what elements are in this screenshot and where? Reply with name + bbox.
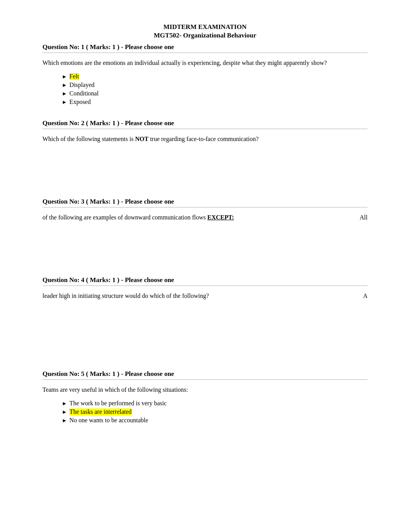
list-item: ► Conditional [62,90,368,97]
list-item: ► Exposed [62,99,368,105]
list-item: ► The tasks are interrelated [62,408,368,415]
q5-options: ► The work to be performed is very basic… [42,400,368,424]
q3-text-bold: EXCEPT: [207,214,234,221]
arrow-icon: ► [62,91,67,97]
option-text: The work to be performed is very basic [69,400,167,407]
arrow-icon: ► [62,401,67,407]
q5-header: Question No: 5 ( Marks: 1 ) - Please cho… [42,370,368,380]
q2-header: Question No: 2 ( Marks: 1 ) - Please cho… [42,119,368,129]
question-4: Question No: 4 ( Marks: 1 ) - Please cho… [42,276,368,356]
arrow-icon: ► [62,409,67,415]
q2-text-bold: NOT [135,136,149,142]
q1-options: ► Felt ► Displayed ► Conditional ► Expos… [42,73,368,105]
arrow-icon: ► [62,418,67,424]
exam-title-line1: MIDTERM EXAMINATION [42,23,368,31]
option-text: Felt [69,73,79,80]
option-text: Conditional [69,90,99,97]
arrow-icon: ► [62,82,67,88]
question-1: Question No: 1 ( Marks: 1 ) - Please cho… [42,43,368,105]
list-item: ► Displayed [62,82,368,88]
question-3: Question No: 3 ( Marks: 1 ) - Please cho… [42,198,368,262]
exam-title-line2: MGT502- Organizational Behaviour [42,32,368,39]
q3-text: All of the following are examples of dow… [42,213,368,222]
q3-header: Question No: 3 ( Marks: 1 ) - Please cho… [42,198,368,207]
option-text: No one wants to be accountable [69,417,148,424]
q3-text-part2: of the following are examples of downwar… [42,214,207,221]
list-item: ► Felt [62,73,368,80]
list-item: ► No one wants to be accountable [62,417,368,424]
q2-text: Which of the following statements is NOT… [42,134,368,144]
question-5: Question No: 5 ( Marks: 1 ) - Please cho… [42,370,368,424]
q2-text-part1: Which of the following statements is [42,136,135,142]
q1-text: Which emotions are the emotions an indiv… [42,58,368,68]
question-2: Question No: 2 ( Marks: 1 ) - Please cho… [42,119,368,184]
q3-text-part1: All [360,213,368,222]
q1-header: Question No: 1 ( Marks: 1 ) - Please cho… [42,43,368,53]
q4-header: Question No: 4 ( Marks: 1 ) - Please cho… [42,276,368,286]
option-text: The tasks are interrelated [69,408,132,415]
list-item: ► The work to be performed is very basic [62,400,368,407]
q5-text: Teams are very useful in which of the fo… [42,385,368,394]
arrow-icon: ► [62,99,67,105]
arrow-icon: ► [62,74,67,80]
q4-side-note: A [363,291,368,301]
option-text: Exposed [69,99,91,105]
q4-text: A leader high in initiating structure wo… [42,291,368,301]
option-text: Displayed [69,82,95,88]
q4-text-main: leader high in initiating structure woul… [42,292,209,299]
q2-text-part3: true regarding face-to-face communicatio… [149,136,259,142]
exam-header: MIDTERM EXAMINATION MGT502- Organization… [42,23,368,39]
